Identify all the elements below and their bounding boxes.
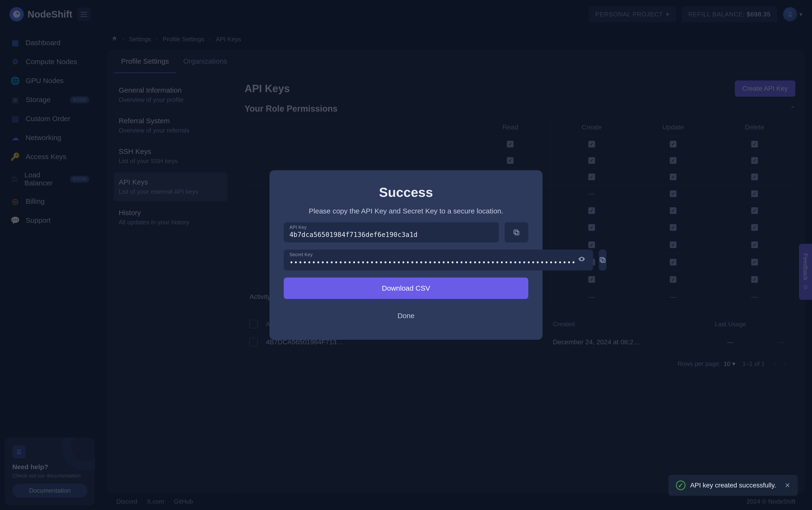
svg-point-6: [581, 258, 582, 259]
svg-rect-8: [600, 257, 604, 261]
download-csv-button[interactable]: Download CSV: [284, 278, 528, 299]
success-toast: ✓ API key created successfully. ✕: [668, 475, 798, 496]
toast-message: API key created successfully.: [690, 482, 776, 489]
check-circle-icon: ✓: [676, 481, 686, 490]
api-key-value: 4b7dca56501984f7136def6e190c3a1d: [289, 231, 493, 238]
done-button[interactable]: Done: [284, 306, 528, 325]
svg-rect-4: [515, 231, 519, 235]
secret-key-label: Secret Key: [289, 252, 313, 257]
copy-api-key-button[interactable]: [504, 222, 528, 243]
svg-rect-7: [601, 259, 605, 263]
secret-key-value: ••••••••••••••••••••••••••••••••••••••••…: [289, 259, 576, 266]
modal-title: Success: [284, 185, 528, 200]
api-key-label: API Key: [289, 225, 307, 230]
copy-secret-key-button[interactable]: [599, 250, 606, 271]
modal-subtitle: Please copy the API Key and Secret Key t…: [284, 207, 528, 215]
close-toast-button[interactable]: ✕: [785, 482, 790, 489]
success-modal: Success Please copy the API Key and Secr…: [269, 170, 543, 340]
modal-overlay: Success Please copy the API Key and Secr…: [0, 0, 812, 510]
svg-rect-5: [514, 230, 518, 234]
toggle-secret-visibility-button[interactable]: [576, 253, 587, 266]
